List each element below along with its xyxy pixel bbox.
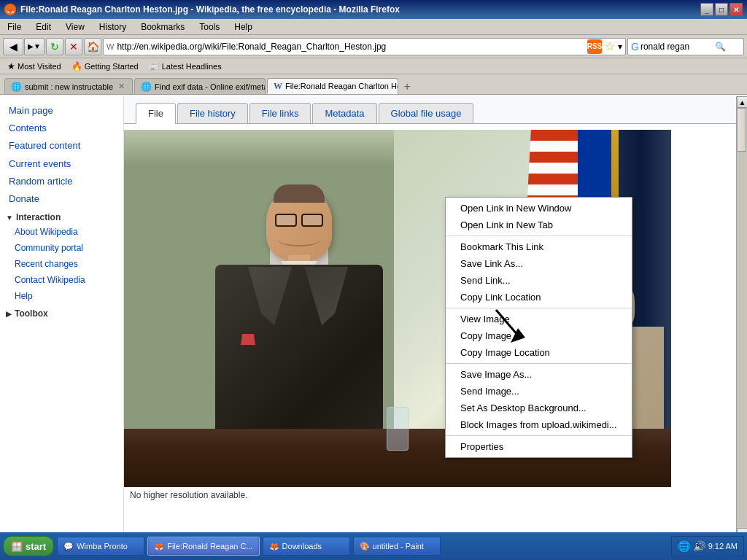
context-save-link-as[interactable]: Save Link As... (446, 255, 632, 272)
tab-close-0[interactable]: ✕ (116, 82, 126, 92)
forward-button[interactable]: ▶▼ (24, 38, 44, 55)
context-separator-3 (446, 363, 632, 364)
menu-edit[interactable]: Edit (31, 20, 55, 34)
rss-icon: RSS (587, 39, 602, 54)
context-view-image[interactable]: View Image (446, 311, 632, 327)
bookmark-star[interactable]: ☆ (605, 39, 615, 53)
home-button[interactable]: 🏠 (84, 38, 101, 55)
context-save-image-as[interactable]: Save Image As... (446, 366, 632, 383)
bookmark-most-visited[interactable]: ★ Most Visited (4, 61, 64, 72)
sidebar-item-contact[interactable]: Contact Wikipedia (0, 272, 123, 288)
minimize-button[interactable]: _ (700, 3, 713, 16)
context-open-new-tab[interactable]: Open Link in New Tab (446, 217, 632, 233)
tab-reagan[interactable]: W File:Ronald Reagan Charlton Hest... ✕ (267, 78, 398, 94)
tab-instructable[interactable]: 🌐 submit : new instructable ✕ (4, 78, 133, 94)
search-container: G 🔍 (627, 38, 744, 55)
wiki-tab-metadata[interactable]: Metadata (312, 103, 376, 123)
sidebar-section-toolbox: ▶ Toolbox (0, 304, 123, 320)
sidebar-item-contents[interactable]: Contents (0, 120, 123, 137)
context-menu: Open Link in New Window Open Link in New… (445, 197, 632, 458)
taskbar-item-downloads[interactable]: 🦊 Downloads (263, 537, 350, 556)
menu-view[interactable]: View (61, 20, 89, 34)
sidebar-item-current-events[interactable]: Current events (0, 155, 123, 173)
tray-time: 9:12 AM (708, 542, 738, 551)
context-copy-link-location[interactable]: Copy Link Location (446, 289, 632, 306)
scroll-track[interactable] (737, 108, 747, 528)
taskbar-icon-wimba: 💬 (63, 542, 74, 551)
toolbox-toggle[interactable]: ▶ (6, 310, 12, 318)
menu-bookmarks[interactable]: Bookmarks (136, 20, 189, 34)
search-button[interactable]: 🔍 (715, 42, 726, 52)
sidebar-item-main-page[interactable]: Main page (0, 102, 123, 120)
title-bar: 🦊 File:Ronald Reagan Charlton Heston.jpg… (0, 0, 747, 19)
context-bookmark-link[interactable]: Bookmark This Link (446, 238, 632, 255)
tab-favicon-0: 🌐 (11, 82, 22, 92)
sidebar-item-community[interactable]: Community portal (0, 240, 123, 256)
browser-content: Main page Contents Featured content Curr… (0, 95, 747, 540)
wiki-tab-global-usage[interactable]: Global file usage (379, 103, 474, 123)
menu-history[interactable]: History (95, 20, 131, 34)
sidebar: Main page Contents Featured content Curr… (0, 96, 124, 540)
google-icon: G (631, 41, 639, 52)
sidebar-item-about[interactable]: About Wikipedia (0, 224, 123, 240)
dropdown-arrow[interactable]: ▾ (618, 42, 622, 52)
stop-button[interactable]: ✕ (65, 38, 82, 55)
sidebar-item-random[interactable]: Random article (0, 173, 123, 190)
tab-favicon-2: W (274, 81, 282, 92)
address-bar-container: W RSS ☆ ▾ (103, 38, 626, 55)
menu-tools[interactable]: Tools (195, 20, 224, 34)
context-open-new-window[interactable]: Open Link in New Window (446, 200, 632, 217)
menu-help[interactable]: Help (230, 20, 257, 34)
refresh-button[interactable]: ↻ (46, 38, 63, 55)
system-tray: 🌐 🔊 9:12 AM (671, 536, 744, 556)
taskbar-item-wimba[interactable]: 💬 Wimba Pronto (57, 537, 144, 556)
scroll-up-button[interactable]: ▲ (737, 96, 747, 108)
back-button[interactable]: ◀ (3, 38, 23, 55)
search-input[interactable] (640, 42, 713, 52)
latest-headlines-icon: 📰 (149, 61, 160, 71)
wiki-tab-file-links[interactable]: File links (249, 103, 311, 123)
tabs-bar: 🌐 submit : new instructable ✕ 🌐 Find exi… (0, 74, 747, 95)
sidebar-item-donate[interactable]: Donate (0, 190, 123, 208)
sidebar-item-help[interactable]: Help (0, 288, 123, 304)
tab-label-1: Find exif data - Online exif/metadata p.… (155, 82, 266, 91)
scroll-thumb[interactable] (737, 108, 746, 152)
sidebar-item-recent-changes[interactable]: Recent changes (0, 256, 123, 272)
bookmark-latest-headlines[interactable]: 📰 Latest Headlines (146, 61, 225, 72)
context-separator-4 (446, 435, 632, 436)
menu-file[interactable]: File (3, 20, 26, 34)
firefox-icon: 🦊 (4, 4, 16, 15)
wiki-tab-file-history[interactable]: File history (177, 103, 248, 123)
getting-started-icon: 🔥 (71, 61, 82, 71)
address-input[interactable] (117, 42, 584, 52)
interaction-toggle[interactable]: ▼ (6, 214, 13, 222)
taskbar-icon-paint: 🎨 (360, 542, 370, 551)
address-label: W (107, 42, 114, 51)
taskbar-item-reagan[interactable]: 🦊 File:Ronald Reagan C... (147, 537, 259, 556)
menu-bar: File Edit View History Bookmarks Tools H… (0, 19, 747, 35)
context-copy-image-location[interactable]: Copy Image Location (446, 344, 632, 361)
context-block-images[interactable]: Block Images from upload.wikimedi... (446, 416, 632, 433)
tray-volume-icon: 🔊 (693, 540, 705, 552)
context-copy-image[interactable]: Copy Image (446, 327, 632, 344)
toolbar: ◀ ▶▼ ↻ ✕ 🏠 W RSS ☆ ▾ G 🔍 (0, 35, 747, 58)
tray-network-icon: 🌐 (678, 540, 690, 552)
context-send-image[interactable]: Send Image... (446, 383, 632, 400)
context-set-desktop-background[interactable]: Set As Desktop Background... (446, 400, 632, 416)
close-button[interactable]: ✕ (729, 3, 743, 16)
nav-buttons: ◀ ▶▼ (3, 38, 44, 55)
sidebar-item-featured[interactable]: Featured content (0, 137, 123, 155)
bookmark-getting-started[interactable]: 🔥 Getting Started (69, 61, 142, 72)
start-button[interactable]: 🪟 start (3, 536, 54, 556)
context-send-link[interactable]: Send Link... (446, 272, 632, 289)
context-separator-1 (446, 236, 632, 236)
taskbar-item-paint[interactable]: 🎨 untitled - Paint (353, 537, 441, 556)
wiki-tab-file[interactable]: File (136, 103, 176, 124)
maximize-button[interactable]: □ (715, 3, 728, 16)
wiki-tabs: File File history File links Metadata Gl… (124, 96, 736, 124)
context-properties[interactable]: Properties (446, 438, 632, 455)
tab-exif[interactable]: 🌐 Find exif data - Online exif/metadata … (134, 78, 266, 94)
new-tab-button[interactable]: + (400, 79, 414, 94)
tab-label-0: submit : new instructable (25, 82, 113, 91)
context-separator-2 (446, 308, 632, 308)
